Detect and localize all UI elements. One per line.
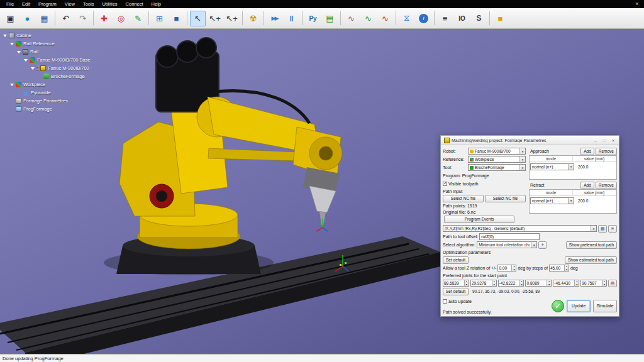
spin-arrows-icon[interactable] [602, 280, 606, 286]
timer-icon[interactable]: ⧖ [399, 11, 414, 26]
machining-project-icon[interactable]: ∿ [377, 11, 393, 26]
pose-table-icon[interactable] [598, 225, 607, 233]
add-tool-icon[interactable]: ✎ [130, 11, 146, 26]
copy-joints-icon[interactable] [608, 280, 617, 287]
export-simulation-icon[interactable]: ■ [492, 11, 508, 26]
view-cube-icon[interactable]: ■ [169, 11, 184, 26]
add-reference-frame-icon[interactable]: ✚ [96, 11, 112, 26]
fit-view-icon[interactable]: ⊞ [152, 11, 167, 26]
joint-1-spinbox[interactable] [443, 280, 469, 287]
fast-simulation-icon[interactable]: ▶▶ [267, 11, 282, 26]
info-icon[interactable]: i [419, 14, 428, 23]
auto-update-checkbox[interactable] [443, 299, 447, 304]
joint-5-input[interactable] [553, 280, 574, 286]
spin-arrows-icon[interactable] [519, 280, 523, 286]
redo-icon[interactable]: ↷ [75, 11, 91, 26]
add-algorithm-button[interactable]: + [538, 241, 547, 249]
steps-spinbox[interactable] [549, 265, 569, 272]
show-preferred-toolpath-button[interactable]: Show preferred tool path [566, 241, 617, 249]
joint-5-spinbox[interactable] [553, 280, 579, 287]
path-offset-input[interactable] [479, 233, 540, 240]
expand-arrow-icon[interactable] [23, 58, 28, 63]
spin-arrows-icon[interactable] [511, 265, 516, 271]
select-cursor-icon[interactable]: ↖ [190, 11, 206, 26]
tree-item-formage-parametres[interactable]: Formage Paramètres [1, 97, 91, 105]
tree-item-fanuc-robot[interactable]: Z Fanuc M-900iB/700 [1, 64, 91, 72]
add-program-icon[interactable]: ▤ [322, 11, 338, 26]
steps-input[interactable] [550, 265, 564, 271]
python-icon[interactable]: Py [305, 11, 321, 26]
menu-tools[interactable]: Tools [79, 0, 98, 8]
tree-item-brocheformage[interactable]: BrocheFormage [1, 72, 91, 80]
menu-edit[interactable]: Edit [18, 0, 34, 8]
spindle-tool-model[interactable] [303, 167, 340, 231]
tool-select[interactable]: BrocheFormage [468, 164, 526, 171]
expand-arrow-icon[interactable] [9, 41, 14, 47]
menu-utilities[interactable]: Utilities [98, 0, 121, 8]
program-events-button[interactable]: Program Events [444, 216, 514, 223]
retract-add-button[interactable]: Add [580, 182, 594, 189]
add-target-icon[interactable]: ◎ [113, 11, 129, 26]
tree-item-rail-reference[interactable]: Rail Reference [1, 40, 91, 48]
maximize-icon[interactable] [600, 136, 609, 144]
approach-mode-select[interactable]: normal (n+) [530, 163, 574, 170]
open-station-icon[interactable]: ● [19, 11, 35, 26]
set-default-button[interactable]: Set default [443, 256, 469, 264]
spin-arrows-icon[interactable] [574, 280, 579, 286]
expand-arrow-icon[interactable] [3, 33, 8, 38]
retract-value-cell[interactable]: 200.0 [575, 199, 616, 203]
expand-arrow-icon[interactable] [30, 66, 35, 71]
tree-item-workpiece[interactable]: Workpiece [1, 80, 91, 89]
tree-item-progformage[interactable]: ProgFormage [1, 105, 91, 113]
robot-select[interactable]: Fanuc M-900iB/700 [468, 148, 526, 155]
dialog-titlebar[interactable]: Machining/welding project: Formage Param… [441, 136, 619, 145]
rotation-input[interactable] [498, 265, 511, 271]
pose-options-icon[interactable] [608, 225, 617, 233]
joint-2-input[interactable] [471, 280, 492, 286]
close-icon[interactable] [609, 136, 618, 144]
new-station-icon[interactable]: ▣ [3, 11, 18, 26]
pause-simulation-icon[interactable]: ‖ [284, 11, 299, 26]
spin-arrows-icon[interactable] [464, 280, 469, 286]
select-nc-file-button-left[interactable]: Select NC file [443, 195, 484, 202]
tree-item-cabine[interactable]: Cabine [1, 31, 91, 40]
tree-item-fanuc-base[interactable]: Fanuc M-900iB/700 Base [1, 56, 91, 64]
approach-remove-button[interactable]: Remove [596, 148, 617, 155]
reference-select[interactable]: Workpiece [468, 156, 526, 163]
menu-view[interactable]: View [61, 0, 79, 8]
minimize-icon[interactable] [591, 136, 600, 144]
window-close-icon[interactable] [633, 0, 641, 8]
expand-arrow-icon[interactable] [9, 82, 14, 87]
simulate-button[interactable]: Simulate [593, 300, 617, 312]
joint-6-input[interactable] [581, 280, 602, 286]
visible-toolpath-checkbox[interactable] [443, 182, 447, 186]
tree-item-rail[interactable]: Rail [1, 48, 91, 56]
rail-model[interactable] [0, 235, 440, 354]
show-estimated-toolpath-button[interactable]: Show estimated tool path [565, 256, 617, 264]
sync-icon[interactable]: S [471, 11, 487, 26]
point-follow-project-icon[interactable]: ∿ [360, 11, 376, 26]
joint-2-spinbox[interactable] [470, 280, 497, 287]
joint-3-input[interactable] [499, 280, 519, 286]
select-nc-file-button-right[interactable]: Select NC file [485, 195, 526, 202]
select-move-icon[interactable]: ↖+ [207, 11, 223, 26]
menu-help[interactable]: Help [148, 0, 165, 8]
joint-4-spinbox[interactable] [525, 280, 552, 287]
joint-1-input[interactable] [443, 280, 464, 286]
retract-mode-select[interactable]: normal (n+) [530, 197, 574, 204]
save-station-icon[interactable]: ▦ [36, 11, 52, 26]
curve-follow-project-icon[interactable]: ∿ [343, 11, 359, 26]
spin-arrows-icon[interactable] [547, 280, 551, 286]
approach-value-cell[interactable]: 200.0 [575, 165, 616, 169]
expand-arrow-icon[interactable] [16, 50, 21, 55]
menu-file[interactable]: File [3, 0, 18, 8]
station-parameters-icon[interactable]: ≡ [437, 11, 453, 26]
io-icon[interactable]: IO [454, 11, 470, 26]
collision-check-icon[interactable]: ☢ [245, 11, 261, 26]
rotation-spinbox[interactable] [497, 265, 516, 272]
update-button[interactable]: Update [567, 300, 591, 312]
joint-6-spinbox[interactable] [580, 280, 607, 287]
pose-format-select[interactable]: [X,Y,Z]mm [Rx,Ry,Rz]deg - Generic (defau… [443, 225, 597, 232]
tree-item-pyramide[interactable]: Pyramide [1, 89, 91, 97]
joint-4-input[interactable] [526, 280, 547, 286]
